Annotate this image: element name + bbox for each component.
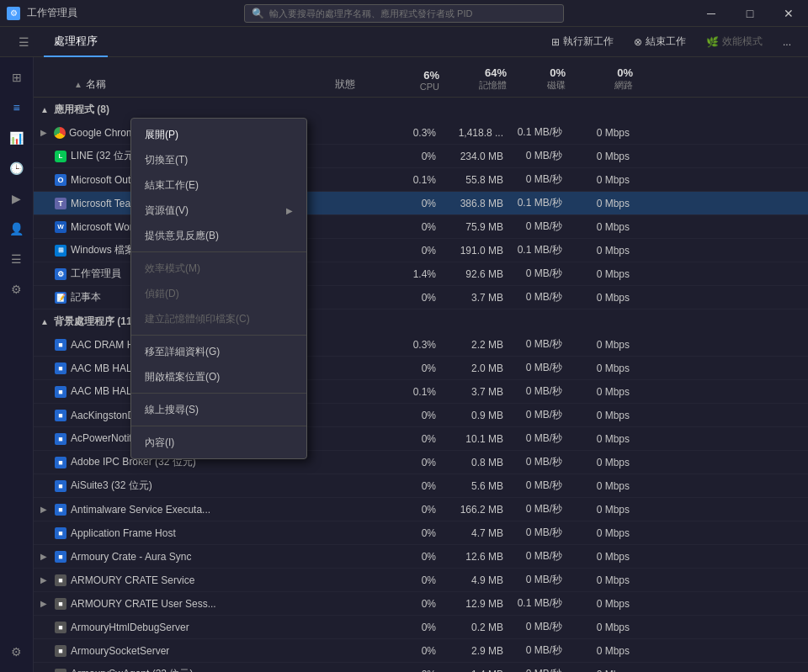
expand-icon bbox=[37, 479, 50, 493]
mem-cell: 1.4 MB bbox=[446, 669, 513, 673]
cpu-cell: 0% bbox=[387, 527, 446, 539]
col-header-status[interactable]: 狀態 bbox=[303, 77, 387, 97]
ctx-goto-detail[interactable]: 移至詳細資料(G) bbox=[131, 339, 306, 364]
net-cell: 0 Mbps bbox=[572, 268, 640, 280]
ctx-feedback[interactable]: 提供意見反應(B) bbox=[131, 223, 306, 248]
ctx-properties[interactable]: 內容(I) bbox=[131, 430, 306, 455]
table-row[interactable]: ▶ ■ Armoury Crate - Aura Sync 0% 12.6 MB… bbox=[34, 545, 808, 569]
expand-icon[interactable] bbox=[37, 197, 50, 210]
expand-icon[interactable] bbox=[37, 220, 50, 234]
hamburger-menu[interactable]: ☰ bbox=[10, 29, 37, 56]
expand-icon[interactable]: ▶ bbox=[37, 503, 50, 516]
disk-cell: 0 MB/秒 bbox=[513, 337, 572, 352]
disk-cell: 0 MB/秒 bbox=[513, 667, 572, 672]
sidebar-icon-details[interactable]: ☰ bbox=[3, 246, 30, 273]
sidebar-icon-home[interactable]: ⊞ bbox=[3, 64, 30, 91]
process-icon: ■ bbox=[54, 644, 67, 658]
more-button[interactable]: ... bbox=[776, 33, 798, 51]
mem-cell: 234.0 MB bbox=[446, 151, 513, 162]
expand-icon[interactable] bbox=[37, 244, 50, 257]
net-cell: 0 Mbps bbox=[572, 504, 640, 516]
expand-icon[interactable] bbox=[37, 173, 50, 187]
table-row[interactable]: ■ ArmouryHtmlDebugServer 0% 0.2 MB 0 MB/… bbox=[34, 616, 808, 639]
expand-icon[interactable] bbox=[37, 291, 50, 304]
mem-cell: 4.9 MB bbox=[446, 574, 513, 586]
net-cell: 0 Mbps bbox=[572, 151, 640, 162]
process-icon: ■ bbox=[54, 526, 67, 540]
expand-icon bbox=[37, 432, 50, 446]
table-row[interactable]: ▶ ■ ARMOURY CRATE User Sess... 0% 12.9 M… bbox=[34, 592, 808, 616]
expand-icon[interactable] bbox=[37, 150, 50, 163]
disk-cell: 0 MB/秒 bbox=[513, 431, 572, 446]
process-name: ArmourySocketServer bbox=[71, 645, 169, 657]
close-button[interactable]: ✕ bbox=[769, 0, 808, 27]
net-cell: 0 Mbps bbox=[572, 457, 640, 468]
expand-icon[interactable]: ▶ bbox=[37, 597, 50, 611]
disk-cell: 0.1 MB/秒 bbox=[513, 596, 572, 611]
cpu-cell: 0% bbox=[387, 574, 446, 586]
disk-cell: 0 MB/秒 bbox=[513, 479, 572, 493]
new-task-button[interactable]: ⊞ 執行新工作 bbox=[545, 31, 620, 52]
sidebar-icon-history[interactable]: 🕒 bbox=[3, 155, 30, 182]
sidebar-icon-processes[interactable]: ≡ bbox=[3, 94, 30, 121]
col-header-memory[interactable]: 64% 記憶體 bbox=[446, 66, 513, 97]
search-icon: 🔍 bbox=[252, 8, 264, 19]
ctx-expand-label: 展開(P) bbox=[145, 128, 178, 142]
app-icon: ⚙ bbox=[7, 7, 20, 20]
ctx-end-task[interactable]: 結束工作(E) bbox=[131, 172, 306, 198]
process-name: ARMOURY CRATE User Sess... bbox=[71, 598, 216, 610]
expand-icon[interactable]: ▶ bbox=[37, 550, 50, 564]
process-name: Antimalware Service Executa... bbox=[71, 504, 210, 516]
sidebar-icon-performance[interactable]: 📊 bbox=[3, 124, 30, 151]
mem-cell: 3.7 MB bbox=[446, 292, 513, 304]
sidebar-icon-startup[interactable]: ▶ bbox=[3, 185, 30, 212]
window-controls: ─ □ ✕ bbox=[692, 0, 808, 27]
main-layout: ⊞ ≡ 📊 🕒 ▶ 👤 ☰ ⚙ ⚙ ▲ 名稱 狀態 6% CPU bbox=[0, 57, 808, 672]
process-icon: ■ bbox=[54, 597, 67, 611]
search-input[interactable] bbox=[269, 8, 556, 19]
table-row[interactable]: ■ ArmourySocketServer 0% 2.9 MB 0 MB/秒 0… bbox=[34, 639, 808, 663]
disk-cell: 0 MB/秒 bbox=[513, 290, 572, 304]
process-name: ARMOURY CRATE Service bbox=[71, 574, 194, 586]
end-task-button[interactable]: ⊗ 結束工作 bbox=[627, 31, 693, 52]
col-header-disk[interactable]: 0% 磁碟 bbox=[513, 66, 572, 97]
net-cell: 0 Mbps bbox=[572, 527, 640, 539]
submenu-arrow-icon: ▶ bbox=[286, 206, 293, 215]
sidebar-icon-services[interactable]: ⚙ bbox=[3, 276, 30, 303]
ctx-resource[interactable]: 資源值(V) ▶ bbox=[131, 198, 306, 223]
expand-icon[interactable]: ▶ bbox=[37, 574, 50, 587]
table-row[interactable]: ▶ ■ Antimalware Service Executa... 0% 16… bbox=[34, 498, 808, 521]
expand-icon bbox=[37, 385, 50, 399]
table-row[interactable]: ■ ArmourySwAgent (32 位元) 0% 1.4 MB 0 MB/… bbox=[34, 663, 808, 672]
process-icon bbox=[54, 127, 66, 139]
expand-icon[interactable]: ▶ bbox=[37, 126, 50, 140]
ctx-expand[interactable]: 展開(P) bbox=[131, 122, 306, 147]
col-header-cpu[interactable]: 6% CPU bbox=[387, 69, 446, 97]
table-row[interactable]: ■ Application Frame Host 0% 4.7 MB 0 MB/… bbox=[34, 521, 808, 545]
col-header-network[interactable]: 0% 網路 bbox=[572, 66, 640, 97]
ctx-switch[interactable]: 切換至(T) bbox=[131, 147, 306, 172]
process-icon: ■ bbox=[54, 362, 67, 375]
ctx-search-online[interactable]: 線上搜尋(S) bbox=[131, 397, 306, 422]
sidebar-icon-users[interactable]: 👤 bbox=[3, 215, 30, 242]
search-bar[interactable]: 🔍 bbox=[244, 4, 564, 23]
tab-actions: ⊞ 執行新工作 ⊗ 結束工作 🌿 效能模式 ... bbox=[545, 31, 798, 52]
disk-cell: 0 MB/秒 bbox=[513, 220, 572, 234]
minimize-button[interactable]: ─ bbox=[692, 0, 731, 27]
cpu-cell: 0% bbox=[387, 669, 446, 673]
col-header-name[interactable]: ▲ 名稱 bbox=[34, 77, 303, 97]
table-row[interactable]: ■ AiSuite3 (32 位元) 0% 5.6 MB 0 MB/秒 0 Mb… bbox=[34, 474, 808, 498]
table-row[interactable]: ▶ ■ ARMOURY CRATE Service 0% 4.9 MB 0 MB… bbox=[34, 569, 808, 592]
sidebar-icon-settings[interactable]: ⚙ bbox=[3, 638, 30, 665]
maximize-button[interactable]: □ bbox=[731, 0, 769, 27]
cpu-cell: 0% bbox=[387, 645, 446, 657]
net-cell: 0 Mbps bbox=[572, 598, 640, 610]
mem-cell: 3.7 MB bbox=[446, 386, 513, 398]
ctx-open-location[interactable]: 開啟檔案位置(O) bbox=[131, 364, 306, 389]
expand-icon bbox=[37, 668, 50, 673]
disk-cell: 0 MB/秒 bbox=[513, 172, 572, 187]
tab-processes[interactable]: 處理程序 bbox=[44, 27, 108, 57]
mem-cell: 10.1 MB bbox=[446, 433, 513, 445]
efficiency-mode-button[interactable]: 🌿 效能模式 bbox=[699, 31, 769, 52]
expand-icon[interactable] bbox=[37, 267, 50, 281]
